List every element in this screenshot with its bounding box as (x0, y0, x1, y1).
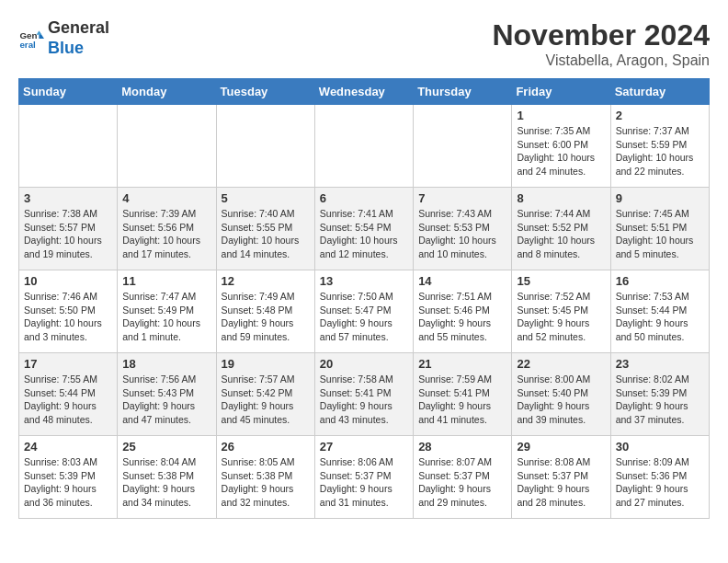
month-title: November 2024 (492, 18, 710, 52)
calendar-cell: 10Sunrise: 7:46 AM Sunset: 5:50 PM Dayli… (19, 270, 118, 353)
weekday-header-row: SundayMondayTuesdayWednesdayThursdayFrid… (19, 79, 710, 105)
calendar-cell: 15Sunrise: 7:52 AM Sunset: 5:45 PM Dayli… (512, 270, 610, 353)
day-number: 7 (418, 191, 506, 205)
calendar-cell: 16Sunrise: 7:53 AM Sunset: 5:44 PM Dayli… (610, 270, 709, 353)
day-number: 17 (24, 357, 112, 371)
day-info: Sunrise: 7:53 AM Sunset: 5:44 PM Dayligh… (616, 290, 704, 344)
day-number: 10 (24, 274, 112, 288)
weekday-header: Saturday (610, 79, 709, 105)
day-number: 1 (517, 109, 605, 122)
calendar-week-row: 17Sunrise: 7:55 AM Sunset: 5:44 PM Dayli… (19, 353, 710, 436)
day-number: 8 (517, 191, 605, 205)
day-number: 14 (418, 274, 506, 288)
calendar-header: SundayMondayTuesdayWednesdayThursdayFrid… (19, 79, 710, 105)
day-info: Sunrise: 8:09 AM Sunset: 5:36 PM Dayligh… (616, 455, 704, 510)
location: Vistabella, Aragon, Spain (492, 52, 710, 69)
calendar-cell: 29Sunrise: 8:08 AM Sunset: 5:37 PM Dayli… (512, 436, 610, 519)
calendar-cell: 20Sunrise: 7:58 AM Sunset: 5:41 PM Dayli… (314, 353, 413, 436)
calendar-body: 1Sunrise: 7:35 AM Sunset: 6:00 PM Daylig… (19, 105, 710, 519)
day-number: 18 (122, 357, 210, 371)
calendar-cell: 13Sunrise: 7:50 AM Sunset: 5:47 PM Dayli… (314, 270, 413, 353)
day-info: Sunrise: 8:03 AM Sunset: 5:39 PM Dayligh… (24, 455, 112, 510)
calendar-week-row: 24Sunrise: 8:03 AM Sunset: 5:39 PM Dayli… (19, 436, 710, 519)
day-info: Sunrise: 7:35 AM Sunset: 6:00 PM Dayligh… (517, 124, 605, 178)
logo: Gen eral General Blue (18, 18, 109, 58)
weekday-header: Thursday (414, 79, 512, 105)
page-header: Gen eral General Blue November 2024 Vist… (18, 18, 710, 69)
weekday-header: Tuesday (216, 79, 314, 105)
calendar-cell: 25Sunrise: 8:04 AM Sunset: 5:38 PM Dayli… (118, 436, 216, 519)
calendar-cell: 12Sunrise: 7:49 AM Sunset: 5:48 PM Dayli… (216, 270, 314, 353)
day-number: 19 (222, 357, 310, 371)
day-info: Sunrise: 7:52 AM Sunset: 5:45 PM Dayligh… (517, 290, 605, 344)
day-number: 9 (616, 191, 704, 205)
day-info: Sunrise: 7:58 AM Sunset: 5:41 PM Dayligh… (320, 373, 408, 427)
calendar-week-row: 1Sunrise: 7:35 AM Sunset: 6:00 PM Daylig… (19, 105, 710, 188)
calendar-cell: 6Sunrise: 7:41 AM Sunset: 5:54 PM Daylig… (314, 188, 413, 270)
day-info: Sunrise: 7:47 AM Sunset: 5:49 PM Dayligh… (122, 290, 210, 344)
calendar-cell: 26Sunrise: 8:05 AM Sunset: 5:38 PM Dayli… (216, 436, 314, 519)
day-info: Sunrise: 7:51 AM Sunset: 5:46 PM Dayligh… (418, 290, 506, 344)
calendar-cell: 19Sunrise: 7:57 AM Sunset: 5:42 PM Dayli… (216, 353, 314, 436)
calendar-cell: 11Sunrise: 7:47 AM Sunset: 5:49 PM Dayli… (118, 270, 216, 353)
day-number: 4 (122, 191, 210, 205)
calendar-cell (118, 105, 216, 188)
day-info: Sunrise: 8:07 AM Sunset: 5:37 PM Dayligh… (418, 455, 506, 510)
logo-icon: Gen eral (18, 26, 44, 52)
calendar-cell: 18Sunrise: 7:56 AM Sunset: 5:43 PM Dayli… (118, 353, 216, 436)
day-number: 12 (222, 274, 310, 288)
calendar-week-row: 3Sunrise: 7:38 AM Sunset: 5:57 PM Daylig… (19, 188, 710, 270)
calendar-cell: 30Sunrise: 8:09 AM Sunset: 5:36 PM Dayli… (610, 436, 709, 519)
day-info: Sunrise: 7:50 AM Sunset: 5:47 PM Dayligh… (320, 290, 408, 344)
calendar-cell: 1Sunrise: 7:35 AM Sunset: 6:00 PM Daylig… (512, 105, 610, 188)
calendar-cell: 4Sunrise: 7:39 AM Sunset: 5:56 PM Daylig… (118, 188, 216, 270)
calendar-cell: 28Sunrise: 8:07 AM Sunset: 5:37 PM Dayli… (414, 436, 512, 519)
day-number: 21 (418, 357, 506, 371)
calendar-cell (414, 105, 512, 188)
calendar-cell: 3Sunrise: 7:38 AM Sunset: 5:57 PM Daylig… (19, 188, 118, 270)
day-number: 23 (616, 357, 704, 371)
day-number: 22 (517, 357, 605, 371)
day-info: Sunrise: 7:44 AM Sunset: 5:52 PM Dayligh… (517, 207, 605, 261)
logo-blue: Blue (48, 39, 109, 59)
day-number: 3 (24, 191, 112, 205)
day-info: Sunrise: 7:45 AM Sunset: 5:51 PM Dayligh… (616, 207, 704, 261)
calendar-cell: 7Sunrise: 7:43 AM Sunset: 5:53 PM Daylig… (414, 188, 512, 270)
logo-general: General (48, 18, 109, 39)
day-number: 30 (616, 440, 704, 454)
day-info: Sunrise: 7:56 AM Sunset: 5:43 PM Dayligh… (122, 373, 210, 427)
title-block: November 2024 Vistabella, Aragon, Spain (492, 18, 710, 69)
calendar-table: SundayMondayTuesdayWednesdayThursdayFrid… (18, 78, 710, 519)
weekday-header: Friday (512, 79, 610, 105)
calendar-week-row: 10Sunrise: 7:46 AM Sunset: 5:50 PM Dayli… (19, 270, 710, 353)
calendar-cell: 23Sunrise: 8:02 AM Sunset: 5:39 PM Dayli… (610, 353, 709, 436)
day-number: 15 (517, 274, 605, 288)
calendar-cell: 24Sunrise: 8:03 AM Sunset: 5:39 PM Dayli… (19, 436, 118, 519)
calendar-cell: 8Sunrise: 7:44 AM Sunset: 5:52 PM Daylig… (512, 188, 610, 270)
day-info: Sunrise: 8:08 AM Sunset: 5:37 PM Dayligh… (517, 455, 605, 510)
day-number: 5 (222, 191, 310, 205)
day-number: 6 (320, 191, 408, 205)
calendar-cell: 9Sunrise: 7:45 AM Sunset: 5:51 PM Daylig… (610, 188, 709, 270)
logo-text: General Blue (48, 18, 109, 58)
day-info: Sunrise: 7:37 AM Sunset: 5:59 PM Dayligh… (616, 124, 704, 178)
day-info: Sunrise: 8:05 AM Sunset: 5:38 PM Dayligh… (222, 455, 310, 510)
day-number: 25 (122, 440, 210, 454)
day-info: Sunrise: 8:02 AM Sunset: 5:39 PM Dayligh… (616, 373, 704, 427)
weekday-header: Sunday (19, 79, 118, 105)
calendar-cell: 27Sunrise: 8:06 AM Sunset: 5:37 PM Dayli… (314, 436, 413, 519)
svg-text:eral: eral (19, 39, 36, 49)
day-number: 20 (320, 357, 408, 371)
day-info: Sunrise: 7:41 AM Sunset: 5:54 PM Dayligh… (320, 207, 408, 261)
day-info: Sunrise: 8:04 AM Sunset: 5:38 PM Dayligh… (122, 455, 210, 510)
day-info: Sunrise: 8:06 AM Sunset: 5:37 PM Dayligh… (320, 455, 408, 510)
day-number: 16 (616, 274, 704, 288)
day-number: 2 (616, 109, 704, 122)
day-info: Sunrise: 7:38 AM Sunset: 5:57 PM Dayligh… (24, 207, 112, 261)
day-info: Sunrise: 7:59 AM Sunset: 5:41 PM Dayligh… (418, 373, 506, 427)
day-number: 13 (320, 274, 408, 288)
calendar-cell: 2Sunrise: 7:37 AM Sunset: 5:59 PM Daylig… (610, 105, 709, 188)
calendar-cell: 5Sunrise: 7:40 AM Sunset: 5:55 PM Daylig… (216, 188, 314, 270)
calendar-cell: 22Sunrise: 8:00 AM Sunset: 5:40 PM Dayli… (512, 353, 610, 436)
day-info: Sunrise: 7:40 AM Sunset: 5:55 PM Dayligh… (222, 207, 310, 261)
